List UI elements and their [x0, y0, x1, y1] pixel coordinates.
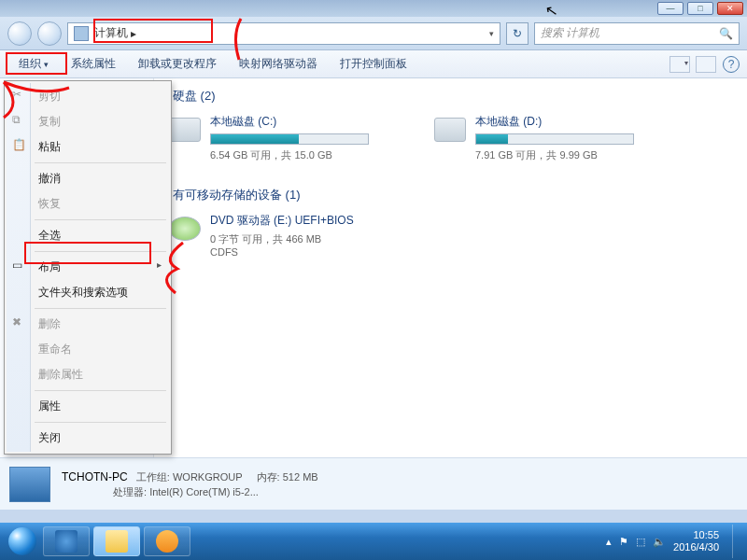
taskbar-ie[interactable] — [43, 526, 90, 556]
drive-icon — [434, 118, 466, 142]
maximize-button[interactable]: □ — [687, 2, 713, 15]
tray-volume-icon[interactable]: 🔈 — [653, 536, 666, 548]
windows-orb-icon — [8, 527, 36, 555]
drive-filesystem: CDFS — [210, 246, 453, 258]
section-removable: 有可移动存储的设备 (1) — [173, 187, 732, 203]
uninstall-programs-button[interactable]: 卸载或更改程序 — [127, 52, 228, 76]
details-name: TCHOTN-PC — [62, 470, 128, 483]
annotation-scribble-1 — [222, 17, 260, 63]
organize-menu: ✂剪切 ⧉复制 📋粘贴 撤消 恢复 全选 ▭布局 文件夹和搜索选项 ✖删除 重命… — [4, 80, 172, 455]
details-mem-label: 内存: — [257, 471, 280, 483]
delete-icon: ✖ — [12, 315, 27, 330]
tray-up-icon[interactable]: ▴ — [606, 536, 612, 548]
annotation-scribble-3 — [155, 241, 192, 297]
menu-select-all[interactable]: 全选 — [7, 223, 169, 248]
drive-free-text: 0 字节 可用，共 466 MB — [210, 232, 453, 246]
computer-thumb-icon — [9, 467, 50, 502]
menu-layout[interactable]: ▭布局 — [7, 255, 169, 280]
drive-free-text: 6.54 GB 可用，共 15.0 GB — [210, 148, 388, 162]
explorer-icon — [106, 530, 128, 553]
details-mem: 512 MB — [283, 471, 318, 483]
open-control-panel-button[interactable]: 打开控制面板 — [329, 52, 418, 76]
minimize-button[interactable]: — — [657, 2, 684, 15]
menu-label: 全选 — [38, 229, 61, 242]
menu-label: 关闭 — [38, 431, 61, 444]
search-input[interactable]: 搜索 计算机 🔍 — [534, 22, 740, 45]
menu-label: 重命名 — [38, 343, 72, 356]
forward-button[interactable] — [37, 21, 62, 46]
layout-icon: ▭ — [12, 259, 27, 273]
taskbar-media-player[interactable] — [144, 526, 190, 556]
drive-d[interactable]: 本地磁盘 (D:) 7.91 GB 可用，共 9.99 GB — [434, 114, 653, 162]
search-placeholder: 搜索 计算机 — [541, 25, 599, 41]
menu-label: 恢复 — [38, 197, 61, 210]
section-hard-disks: 硬盘 (2) — [173, 88, 732, 105]
address-bar[interactable]: 计算机 ▸ ▾ — [67, 22, 500, 45]
details-workgroup: WORKGROUP — [173, 471, 242, 483]
show-desktop-button[interactable] — [732, 525, 741, 558]
help-button[interactable]: ? — [723, 56, 740, 73]
annotation-scribble-2 — [0, 77, 75, 123]
menu-label: 删除 — [38, 317, 61, 330]
tray-time: 10:55 — [673, 529, 719, 541]
search-icon[interactable]: 🔍 — [719, 27, 733, 40]
dvd-icon — [169, 217, 201, 241]
menu-rename: 重命名 — [7, 337, 169, 362]
menu-delete: ✖删除 — [7, 312, 169, 337]
menu-label: 撤消 — [38, 172, 61, 185]
menu-label: 文件夹和搜索选项 — [38, 286, 128, 299]
details-cpu: Intel(R) Core(TM) i5-2... — [149, 486, 259, 497]
taskbar-explorer[interactable] — [93, 526, 140, 556]
start-button[interactable] — [4, 523, 41, 560]
drive-name: DVD 驱动器 (E:) UEFI+BIOS — [210, 213, 453, 229]
menu-folder-search-options[interactable]: 文件夹和搜索选项 — [7, 280, 169, 305]
menu-paste[interactable]: 📋粘贴 — [7, 134, 169, 160]
organize-menu-button[interactable]: 组织 — [7, 52, 60, 76]
refresh-button[interactable]: ↻ — [506, 22, 529, 45]
window-titlebar: — □ ✕ — [0, 0, 747, 17]
command-bar: 组织 系统属性 卸载或更改程序 映射网络驱动器 打开控制面板 ? — [0, 50, 747, 78]
menu-close[interactable]: 关闭 — [7, 426, 169, 451]
menu-properties[interactable]: 属性 — [7, 394, 169, 419]
menu-label: 布局 — [38, 260, 61, 273]
drive-name: 本地磁盘 (C:) — [210, 114, 388, 130]
close-button[interactable]: ✕ — [717, 2, 743, 15]
menu-label: 属性 — [38, 399, 61, 413]
tray-date: 2016/4/30 — [673, 541, 719, 553]
tray-flag-icon[interactable]: ⚑ — [619, 536, 628, 548]
breadcrumb-chevron-icon[interactable]: ▸ — [131, 27, 136, 40]
drive-icon — [169, 118, 201, 142]
tray-network-icon[interactable]: ⬚ — [636, 536, 645, 548]
drive-dvd[interactable]: DVD 驱动器 (E:) UEFI+BIOS 0 字节 可用，共 466 MB … — [169, 213, 732, 258]
menu-label: 删除属性 — [38, 368, 83, 381]
system-properties-button[interactable]: 系统属性 — [60, 52, 127, 76]
address-text: 计算机 — [94, 25, 128, 41]
tray-clock[interactable]: 10:55 2016/4/30 — [673, 529, 719, 553]
details-pane: TCHOTN-PC 工作组: WORKGROUP 内存: 512 MB 处理器:… — [0, 457, 747, 510]
change-view-button[interactable] — [669, 56, 690, 73]
system-tray[interactable]: ▴ ⚑ ⬚ 🔈 10:55 2016/4/30 — [606, 525, 743, 558]
back-button[interactable] — [7, 21, 32, 46]
details-cpu-label: 处理器: — [113, 486, 147, 497]
content-pane: 硬盘 (2) 本地磁盘 (C:) 6.54 GB 可用，共 15.0 GB 本地… — [154, 78, 747, 472]
capacity-bar — [210, 133, 369, 145]
drive-free-text: 7.91 GB 可用，共 9.99 GB — [475, 148, 653, 162]
menu-undo[interactable]: 撤消 — [7, 166, 169, 191]
menu-redo: 恢复 — [7, 191, 169, 217]
address-dropdown-icon[interactable]: ▾ — [489, 29, 494, 38]
menu-label: 粘贴 — [38, 140, 61, 153]
preview-pane-button[interactable] — [696, 56, 716, 73]
menu-remove-properties: 删除属性 — [7, 362, 169, 387]
capacity-bar — [475, 133, 634, 145]
ie-icon — [55, 530, 78, 553]
paste-icon: 📋 — [12, 138, 27, 153]
navigation-row: 计算机 ▸ ▾ ↻ 搜索 计算机 🔍 — [0, 17, 747, 50]
drive-name: 本地磁盘 (D:) — [475, 114, 653, 130]
drive-c[interactable]: 本地磁盘 (C:) 6.54 GB 可用，共 15.0 GB — [169, 114, 388, 162]
taskbar: ▴ ⚑ ⬚ 🔈 10:55 2016/4/30 — [0, 523, 747, 560]
details-workgroup-label: 工作组: — [136, 471, 170, 483]
wmp-icon — [156, 530, 178, 553]
computer-icon — [74, 26, 89, 41]
